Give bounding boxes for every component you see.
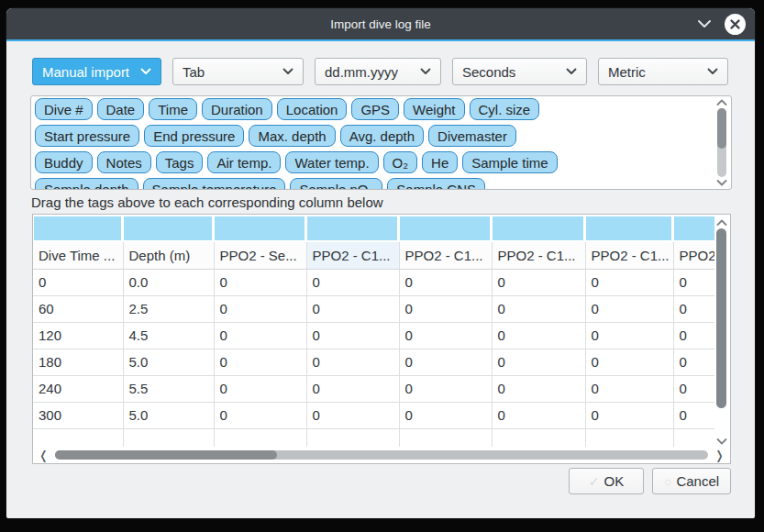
column-header: PPO2 (673, 242, 716, 269)
table-cell: 0 (492, 349, 585, 375)
table-cell: 0 (306, 402, 399, 428)
ok-check-icon: ✓ (589, 474, 600, 489)
table-header-row: Dive Time ...Depth (m)PPO2 - Se...PPO2 -… (33, 242, 716, 269)
draggable-field-tag[interactable]: Time (149, 98, 197, 120)
draggable-field-tag[interactable]: Weight (404, 98, 464, 120)
table-cell: 0 (214, 269, 306, 295)
column-header: PPO2 - C1... (399, 242, 492, 269)
table-vscrollbar[interactable] (714, 216, 728, 448)
titlebar[interactable]: Import dive log file (6, 8, 755, 39)
draggable-field-tag[interactable]: End pressure (144, 125, 244, 147)
scrollbar-track[interactable] (717, 108, 726, 177)
scrollbar-thumb[interactable] (717, 108, 726, 149)
draggable-field-tag[interactable]: Sample temperature (143, 178, 286, 190)
scroll-up-icon[interactable] (716, 99, 727, 106)
table-cell: 0 (585, 375, 673, 402)
scroll-down-icon[interactable] (716, 179, 727, 186)
column-drop-target[interactable] (34, 216, 121, 240)
tag-list-panel: Dive #DateTimeDurationLocationGPSWeightC… (30, 95, 732, 190)
date-format-select[interactable]: dd.mm.yyyy (315, 58, 441, 85)
column-header: Depth (m) (123, 242, 214, 269)
draggable-field-tag[interactable]: Divemaster (428, 125, 516, 147)
table-cell: 180 (33, 349, 123, 375)
draggable-field-tag[interactable]: Cyl. size (470, 98, 540, 120)
table-cell: 2.5 (123, 295, 214, 322)
window-title: Import dive log file (330, 17, 431, 31)
draggable-field-tag[interactable]: Max. depth (249, 125, 335, 147)
draggable-field-tag[interactable]: GPS (351, 98, 399, 120)
table-cell: 0 (306, 349, 399, 375)
shade-chevron-icon[interactable] (697, 19, 712, 28)
scrollbar-thumb[interactable] (55, 450, 277, 460)
table-cell: 0 (399, 375, 492, 402)
table-cell: 0 (399, 269, 492, 295)
table-cell: 0 (673, 349, 716, 375)
table-hscrollbar[interactable]: ❬ ❭ (33, 447, 730, 463)
table-cell: 0 (585, 322, 673, 349)
instruction-text: Drag the tags above to each correspondin… (31, 194, 383, 210)
draggable-field-tag[interactable]: Sample pO₂ (290, 178, 382, 190)
table-cell: 0 (585, 269, 673, 295)
draggable-field-tag[interactable]: Notes (97, 151, 151, 173)
column-header: PPO2 - C1... (306, 242, 399, 269)
draggable-field-tag[interactable]: Avg. depth (340, 125, 424, 147)
import-options-toolbar: Manual import Tab dd.mm.yyyy Seconds Met… (32, 58, 728, 85)
tag-panel-scrollbar[interactable] (714, 99, 728, 186)
table-cell: 0 (214, 375, 306, 402)
column-drop-target[interactable] (586, 216, 671, 240)
column-drop-target[interactable] (400, 216, 490, 240)
table-cell: 5.0 (123, 349, 214, 375)
scroll-right-icon[interactable]: ❭ (714, 449, 725, 461)
field-separator-select[interactable]: Tab (172, 58, 304, 85)
column-header: Dive Time ... (33, 242, 123, 269)
scrollbar-thumb[interactable] (716, 228, 726, 408)
draggable-field-tag[interactable]: Buddy (35, 151, 93, 173)
titlebar-accent-line (6, 39, 755, 41)
draggable-field-tag[interactable]: Sample CNS (387, 178, 485, 190)
column-drop-target[interactable] (124, 216, 212, 240)
table-cell: 0 (33, 269, 123, 295)
column-drop-target[interactable] (215, 216, 304, 240)
column-drop-target[interactable] (307, 216, 397, 240)
import-dialog-window: Import dive log file Manual import Tab d… (6, 8, 755, 518)
draggable-field-tag[interactable]: Date (97, 98, 145, 120)
draggable-field-tag[interactable]: Start pressure (35, 125, 139, 147)
table-row: 1805.0000000 (33, 349, 716, 375)
table-cell: 5.5 (123, 375, 214, 402)
draggable-field-tag[interactable]: He (422, 151, 458, 173)
scroll-up-icon[interactable] (716, 219, 727, 227)
tag-row: Sample depthSample temperatureSample pO₂… (35, 178, 711, 190)
table-cell: 0 (673, 322, 716, 349)
scroll-left-icon[interactable]: ❬ (39, 449, 49, 461)
import-mode-select[interactable]: Manual import (32, 58, 161, 85)
cancel-button[interactable]: ○ Cancel (652, 468, 731, 494)
units-select[interactable]: Metric (598, 58, 728, 85)
draggable-field-tag[interactable]: O₂ (383, 151, 418, 173)
chevron-down-icon (566, 68, 577, 75)
table-cell: 5.0 (123, 402, 214, 428)
draggable-field-tag[interactable]: Air temp. (207, 151, 281, 173)
time-format-select[interactable]: Seconds (452, 58, 587, 85)
chevron-down-icon (140, 68, 151, 75)
close-icon[interactable] (725, 14, 746, 35)
column-drop-target[interactable] (493, 216, 583, 240)
table-cell: 0 (306, 295, 399, 322)
draggable-field-tag[interactable]: Dive # (35, 98, 93, 120)
column-drop-target[interactable] (674, 216, 714, 240)
ok-button[interactable]: ✓ OK (569, 468, 644, 494)
draggable-field-tag[interactable]: Sample time (462, 151, 557, 173)
column-drop-target-row (33, 216, 716, 242)
draggable-field-tag[interactable]: Water temp. (285, 151, 378, 173)
table-cell: 60 (33, 295, 123, 322)
cancel-circle-icon: ○ (664, 474, 671, 489)
draggable-field-tag[interactable]: Duration (202, 98, 272, 120)
table-cell: 4.5 (123, 322, 214, 349)
scrollbar-track[interactable] (55, 450, 708, 460)
draggable-field-tag[interactable]: Sample depth (35, 178, 138, 190)
table-cell: 0 (214, 295, 306, 322)
draggable-field-tag[interactable]: Tags (156, 151, 204, 173)
tag-row: Start pressureEnd pressureMax. depthAvg.… (35, 125, 711, 147)
table-cell: 0 (399, 349, 492, 375)
scroll-down-icon[interactable] (716, 438, 727, 445)
draggable-field-tag[interactable]: Location (277, 98, 348, 120)
